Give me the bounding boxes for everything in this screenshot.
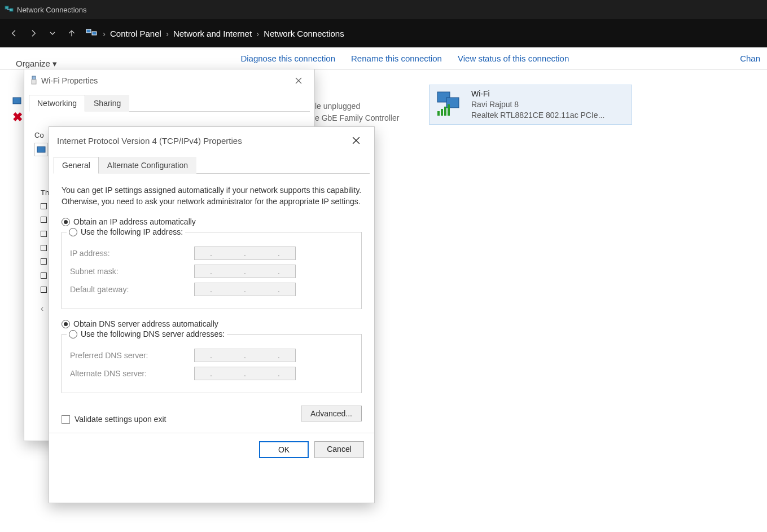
checkbox-icon [41,203,47,209]
ip-address-input[interactable]: ... [194,247,296,260]
dialog-ipv4-properties: Internet Protocol Version 4 (TCP/IPv4) P… [49,126,375,503]
close-button[interactable] [346,133,366,148]
usb-adapter-icon [30,76,38,86]
cancel-button[interactable]: Cancel [314,441,364,458]
svg-rect-13 [32,76,36,80]
svg-rect-10 [444,107,446,116]
svg-rect-0 [5,6,8,9]
network-icon [5,5,14,15]
validate-checkbox-row[interactable]: Validate settings upon exit [62,415,166,424]
breadcrumb-item[interactable]: Network Connections [264,29,344,38]
close-button[interactable] [288,73,309,89]
cmd-view-status[interactable]: View status of this connection [458,54,569,63]
radio-label: Use the following IP address: [81,227,183,236]
alternate-dns-label: Alternate DNS server: [70,369,189,378]
cmd-change-truncated[interactable]: Chan [740,54,760,63]
ip-address-label: IP address: [70,249,189,258]
ethernet-device-partial: e GbE Family Controller [315,112,399,124]
radio-label: Obtain an IP address automatically [73,217,196,226]
subnet-input[interactable]: ... [194,265,296,278]
command-bar: Organize ▾ Connect To Disable this netwo… [0,47,767,70]
help-text: You can get IP settings assigned automat… [62,185,362,207]
tabs-wifi: Networking Sharing [29,94,310,112]
explorer-navbar: › Control Panel › Network and Internet ›… [0,19,767,47]
alternate-dns-input[interactable]: ... [194,367,296,380]
radio-dns-manual[interactable]: Use the following DNS server addresses: [69,329,225,338]
adapter-wifi[interactable]: Wi-Fi Ravi Rajput 8 Realtek RTL8821CE 80… [429,85,632,125]
ok-button[interactable]: OK [259,441,309,458]
tabs-ipv4: General Alternate Configuration [54,156,370,174]
svg-rect-4 [86,29,91,33]
tab-general[interactable]: General [54,157,99,174]
chevron-right-icon: › [256,29,259,38]
radio-ip-auto[interactable]: Obtain an IP address automatically [62,217,362,226]
tab-alternate-config[interactable]: Alternate Configuration [99,157,196,174]
breadcrumb-item[interactable]: Network and Internet [173,29,252,38]
chevron-right-icon: › [166,29,169,38]
breadcrumb-item[interactable]: Control Panel [110,29,161,38]
svg-rect-8 [437,111,440,116]
cmd-organize-partial[interactable]: Organize ▾ [16,59,57,69]
preferred-dns-label: Preferred DNS server: [70,351,189,360]
svg-rect-9 [441,109,443,116]
checkbox-icon [41,245,47,251]
group-dns-manual: Use the following DNS server addresses: … [62,329,362,393]
tab-networking[interactable]: Networking [29,95,85,112]
dialog-title: Internet Protocol Version 4 (TCP/IPv4) P… [57,136,242,146]
preferred-dns-input[interactable]: ... [194,349,296,362]
cmd-rename[interactable]: Rename this connection [351,54,442,63]
forward-button[interactable] [24,24,43,43]
breadcrumb-icon [86,28,98,39]
checkbox-icon [41,272,47,279]
radio-ip-manual[interactable]: Use the following IP address: [69,227,183,236]
svg-rect-14 [32,80,36,84]
svg-rect-17 [37,147,45,152]
gateway-label: Default gateway: [70,285,189,294]
checkbox-icon [41,217,47,223]
subnet-label: Subnet mask: [70,267,189,276]
disabled-x-icon: ✖ [12,110,23,125]
advanced-button[interactable]: Advanced... [301,406,362,421]
adapter-wifi-icon [434,89,466,120]
checkbox-icon [41,231,47,237]
radio-label: Obtain DNS server address automatically [73,319,218,328]
adapter-ethernet-icon-peek [12,96,23,108]
svg-rect-12 [13,98,21,104]
adapter-device: Realtek RTL8821CE 802.11ac PCIe... [471,110,604,121]
ethernet-status-partial: le unplugged [315,100,399,112]
svg-rect-5 [92,32,97,35]
radio-icon [69,330,77,338]
adapter-device-icon [34,143,48,156]
svg-rect-11 [448,104,450,116]
window-title: Network Connections [17,6,87,14]
radio-dns-auto[interactable]: Obtain DNS server address automatically [62,319,362,328]
radio-icon [69,228,77,236]
checkbox-icon [41,287,47,293]
radio-label: Use the following DNS server addresses: [81,329,225,338]
window-titlebar: Network Connections [0,0,767,19]
adapter-name: Wi-Fi [471,89,604,99]
validate-label: Validate settings upon exit [74,415,166,424]
tab-sharing[interactable]: Sharing [85,95,129,112]
checkbox-icon [41,258,47,265]
radio-icon [62,218,70,226]
recent-dropdown[interactable] [43,24,62,43]
dialog-button-row: OK Cancel [49,433,374,466]
group-ip-manual: Use the following IP address: IP address… [62,227,362,309]
gateway-input[interactable]: ... [194,283,296,296]
cmd-diagnose[interactable]: Diagnose this connection [240,54,335,63]
chevron-right-icon: › [103,29,106,38]
checkbox-icon [62,415,70,424]
adapter-ssid: Ravi Rajput 8 [471,99,604,110]
back-button[interactable] [5,24,24,43]
up-button[interactable] [62,24,81,43]
adapter-ethernet-peek: le unplugged e GbE Family Controller [315,100,399,124]
radio-icon [62,320,70,328]
breadcrumb[interactable]: › Control Panel › Network and Internet ›… [86,28,344,39]
dialog-title: Wi-Fi Properties [41,76,98,85]
